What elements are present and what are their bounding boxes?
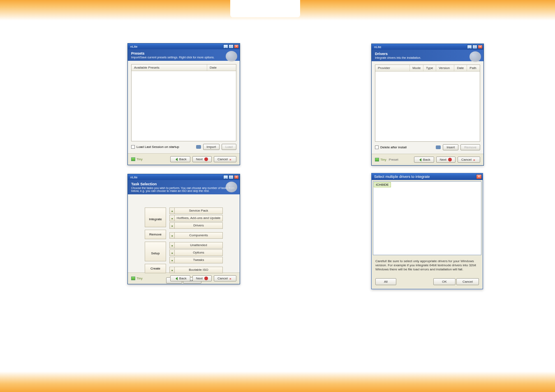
- description-bar: Task Selection Choose the tasks you wish…: [128, 180, 240, 194]
- task-label: Hotfixes, Add-ons and Update Packs: [174, 215, 223, 221]
- checkbox-icon: [375, 145, 379, 149]
- task-service-pack[interactable]: ●Service Pack: [169, 208, 223, 214]
- minimize-button[interactable]: _: [223, 175, 228, 179]
- checkbox-icon: [131, 145, 135, 149]
- presets-list-empty: [132, 71, 236, 141]
- back-icon: [174, 277, 178, 280]
- close-button[interactable]: ×: [234, 44, 239, 48]
- description-bar: Drivers Integrate drivers into the insta…: [372, 50, 483, 61]
- minimize-button[interactable]: _: [467, 45, 472, 49]
- window-titlebar: nLite _ □ ×: [128, 174, 240, 180]
- task-bootable-iso[interactable]: ●Bootable ISO: [169, 267, 223, 273]
- maximize-button[interactable]: □: [229, 44, 234, 48]
- cancel-button[interactable]: Cancel ×: [458, 157, 480, 163]
- delete-after-checkbox[interactable]: Delete after install: [375, 145, 407, 149]
- description-bar: Presets Import/Save current presets sett…: [128, 49, 240, 61]
- tiny-icon: [131, 157, 135, 161]
- task-label: Tweaks: [174, 257, 223, 263]
- snapshot-icon[interactable]: [436, 145, 441, 149]
- col-presets[interactable]: Available Presets: [132, 65, 207, 71]
- drivers-list[interactable]: Provider Mode Type Version Date Path: [375, 65, 480, 142]
- preset-link[interactable]: Preset: [389, 158, 398, 161]
- task-options[interactable]: ●Options: [169, 249, 223, 256]
- next-label: Next: [196, 157, 203, 161]
- col-type[interactable]: Type: [423, 65, 436, 71]
- next-button[interactable]: Next: [436, 157, 456, 163]
- tiny-link[interactable]: Tiny: [136, 157, 143, 161]
- next-label: Next: [196, 277, 203, 280]
- delete-after-label: Delete after install: [380, 145, 407, 149]
- col-path[interactable]: Path: [467, 65, 480, 71]
- close-button[interactable]: ×: [234, 175, 239, 179]
- task-components[interactable]: ●Components: [169, 232, 223, 239]
- task-label: Components: [174, 232, 223, 239]
- cancel-label: Cancel: [461, 158, 472, 161]
- back-button[interactable]: Back: [170, 275, 190, 281]
- app-logo-icon: [226, 51, 237, 62]
- category-setup: Setup: [145, 242, 166, 261]
- cancel-button[interactable]: Cancel ×: [214, 275, 236, 281]
- back-icon: [174, 158, 178, 161]
- window-titlebar: nLite _ □ ×: [372, 44, 483, 50]
- next-label: Next: [440, 158, 446, 161]
- cancel-button[interactable]: Cancel ×: [214, 156, 236, 162]
- col-mode[interactable]: Mode: [410, 65, 423, 71]
- task-label: Options: [174, 249, 223, 256]
- cancel-icon: ×: [229, 158, 233, 161]
- drivers-window: nLite _ □ × Drivers Integrate drivers in…: [371, 44, 484, 166]
- close-button[interactable]: ×: [476, 174, 482, 179]
- task-unattended[interactable]: ●Unattended: [169, 242, 223, 249]
- snapshot-icon[interactable]: [196, 145, 201, 149]
- next-icon: [448, 158, 452, 161]
- col-date[interactable]: Date: [454, 65, 467, 71]
- task-label: Drivers: [174, 222, 223, 229]
- back-button[interactable]: Back: [414, 157, 434, 163]
- window-title: nLite: [129, 175, 137, 179]
- tiny-link[interactable]: Tiny: [380, 158, 386, 161]
- next-button[interactable]: Next: [192, 156, 212, 162]
- col-provider[interactable]: Provider: [375, 65, 410, 71]
- close-button[interactable]: ×: [478, 45, 483, 49]
- task-check-icon: ●: [169, 222, 174, 229]
- task-drivers[interactable]: ●Drivers: [169, 222, 223, 229]
- maximize-button[interactable]: □: [229, 175, 234, 179]
- tiny-icon: [375, 158, 379, 161]
- select-all-button[interactable]: All: [375, 278, 396, 285]
- minimize-button[interactable]: _: [223, 44, 228, 48]
- load-last-label: Load Last Session on startup: [136, 145, 179, 149]
- window-title: nLite: [372, 45, 381, 49]
- panel-heading: Presets: [131, 51, 236, 55]
- panel-subheading: Choose the tasks you wish to perform. Yo…: [131, 187, 236, 192]
- remove-button[interactable]: Remove: [460, 144, 480, 150]
- insert-button[interactable]: Insert: [443, 144, 458, 150]
- driver-file-list[interactable]: ICH8IDE: [373, 181, 481, 255]
- task-check-icon: ●: [169, 232, 174, 239]
- load-last-checkbox[interactable]: Load Last Session on startup: [131, 145, 179, 149]
- app-logo-icon: [469, 51, 481, 62]
- back-button[interactable]: Back: [170, 156, 190, 162]
- app-logo-icon: [226, 182, 237, 192]
- next-button[interactable]: Next: [192, 275, 212, 281]
- maximize-button[interactable]: □: [472, 45, 477, 49]
- panel-heading: Task Selection: [131, 182, 236, 186]
- select-drivers-window: Select multiple drivers to integrate × I…: [371, 173, 483, 289]
- panel-subheading: Integrate drivers into the installation.: [375, 56, 480, 59]
- task-label: Unattended: [174, 242, 223, 249]
- import-button[interactable]: Import: [203, 144, 220, 150]
- panel-heading: Drivers: [375, 52, 480, 56]
- task-tweaks[interactable]: ●Tweaks: [169, 257, 223, 263]
- window-titlebar: nLite _ □ ×: [128, 44, 240, 49]
- back-label: Back: [423, 158, 430, 161]
- selected-driver-file[interactable]: ICH8IDE: [374, 182, 391, 187]
- presets-list[interactable]: Available Presets Date: [131, 64, 236, 141]
- load-button[interactable]: Load: [222, 144, 236, 150]
- task-hotfixes[interactable]: ●Hotfixes, Add-ons and Update Packs: [169, 215, 223, 221]
- col-version[interactable]: Version: [436, 65, 454, 71]
- col-date[interactable]: Date: [207, 65, 236, 71]
- ok-button[interactable]: OK: [433, 278, 456, 285]
- tiny-link[interactable]: Tiny: [136, 277, 143, 280]
- task-check-icon: ●: [169, 208, 174, 214]
- panel-subheading: Import/Save current presets settings. Ri…: [131, 56, 236, 59]
- cancel-button[interactable]: Cancel: [456, 278, 479, 285]
- cancel-label: Cancel: [217, 277, 228, 280]
